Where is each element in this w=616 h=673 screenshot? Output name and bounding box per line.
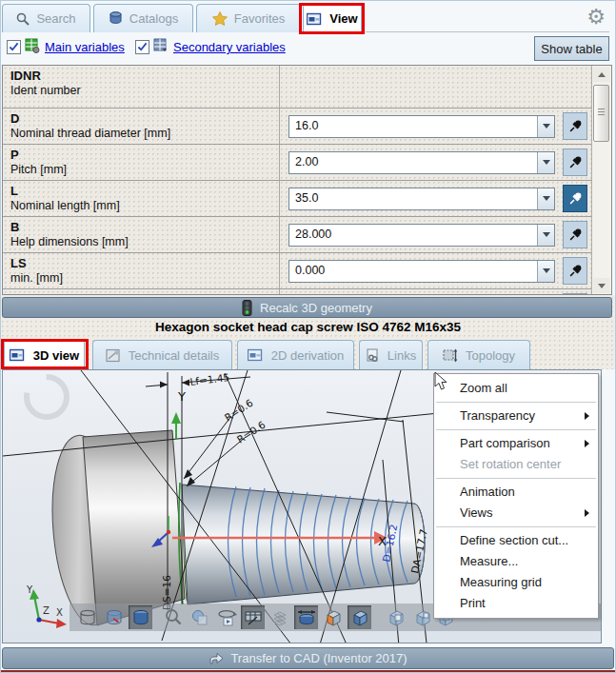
table-row-l: L Nominal length [mm] 35.0	[3, 181, 591, 217]
menu-separator	[436, 526, 596, 527]
measure-icon[interactable]	[294, 605, 318, 629]
dropdown-arrow-icon[interactable]	[537, 188, 554, 209]
tab-label: Search	[36, 11, 75, 26]
menu-item-measuring-grid[interactable]: Measuring grid	[434, 572, 598, 593]
tab-3d-view[interactable]: 3D view	[4, 340, 85, 369]
menu-item-zoom-all[interactable]: Zoom all	[434, 378, 598, 399]
label-lf: Lf=1.45	[189, 371, 230, 387]
menu-item-transparency[interactable]: Transparency	[434, 406, 598, 426]
table-row-d: D Nominal thread diameter [mm] 16.0	[3, 109, 591, 145]
tab-label: Technical details	[129, 348, 219, 363]
iso-view-2-icon[interactable]	[410, 605, 434, 629]
tab-label: Favorites	[234, 11, 285, 26]
transparent-mode-icon[interactable]	[102, 605, 126, 629]
pin-icon	[568, 119, 583, 133]
transfer-to-cad-button[interactable]: Transfer to CAD (Inventor 2017)	[2, 647, 614, 669]
gear-icon[interactable]: ⚙	[586, 5, 606, 30]
value-dropdown[interactable]: 35.0	[288, 188, 555, 210]
variables-bar: Main variables Secondary variables Show …	[0, 34, 616, 63]
table-scrollbar[interactable]	[591, 66, 611, 294]
menu-item-animation[interactable]: Animation	[434, 482, 598, 503]
dropdown-value: 35.0	[295, 191, 318, 205]
tab-label: Links	[387, 348, 416, 363]
tab-catalogs[interactable]: Catalogs	[93, 4, 193, 32]
solid-cube-icon[interactable]	[348, 605, 371, 629]
parameter-table: IDNR Ident number D Nominal thread diame…	[2, 65, 612, 295]
value-dropdown[interactable]: 0.000	[288, 260, 555, 283]
transparency-icon[interactable]	[188, 605, 211, 629]
section-cut-icon[interactable]	[321, 605, 345, 629]
view-icon	[307, 12, 323, 26]
dropdown-value: 0.000	[295, 264, 325, 277]
context-menu: Zoom all Transparency Part comparison Se…	[433, 373, 599, 619]
tab-label: Catalogs	[129, 11, 178, 26]
measuring-grid-icon[interactable]	[268, 605, 291, 629]
tab-2d-derivation[interactable]: 2D derivation	[237, 340, 354, 369]
pin-button[interactable]	[563, 148, 587, 176]
shaded-mode-icon[interactable]	[129, 605, 152, 629]
dropdown-value: 16.0	[295, 119, 318, 132]
watermark-logo	[27, 377, 67, 417]
menu-separator	[436, 402, 596, 403]
secondary-variables-link[interactable]: Secondary variables	[173, 40, 286, 54]
main-variables-link[interactable]: Main variables	[45, 40, 125, 54]
recalc-3d-button[interactable]: Recalc 3D geometry	[2, 297, 612, 318]
pin-button-active[interactable]	[563, 185, 587, 212]
svg-text:R=0.6: R=0.6	[223, 397, 255, 424]
scroll-down-button[interactable]	[593, 278, 610, 293]
pin-button[interactable]	[563, 112, 587, 140]
dropdown-arrow-icon[interactable]	[537, 116, 554, 137]
table-row-ls: LS min. [mm] 0.000	[3, 253, 591, 289]
iso-view-1-icon[interactable]	[384, 605, 407, 629]
pin-button[interactable]	[563, 257, 587, 285]
menu-item-print[interactable]: Print	[434, 593, 598, 614]
svg-text:Y: Y	[26, 584, 33, 595]
tab-label: Topology	[466, 348, 515, 363]
links-icon	[366, 348, 380, 363]
wireframe-mode-icon[interactable]	[75, 605, 99, 629]
recalc-label: Recalc 3D geometry	[260, 301, 372, 315]
y-axis-arrow	[171, 412, 181, 424]
main-variables-icon	[25, 38, 40, 53]
menu-item-views[interactable]: Views	[434, 503, 598, 524]
param-desc: Nominal length [mm]	[10, 199, 279, 213]
coordinate-triad: Y Z X	[26, 584, 67, 628]
tab-search[interactable]: Search	[2, 4, 90, 32]
menu-separator	[436, 429, 596, 430]
menu-item-set-rotation-center: Set rotation center	[434, 454, 598, 475]
secondary-variables-checkbox[interactable]	[135, 40, 149, 54]
pin-icon	[568, 191, 583, 206]
param-code: D	[10, 111, 279, 127]
pin-icon	[568, 264, 583, 278]
checkmark-icon	[137, 42, 148, 52]
tab-view[interactable]: View	[303, 4, 362, 32]
param-code: P	[10, 148, 279, 163]
animation-icon[interactable]	[214, 605, 238, 629]
show-table-button[interactable]: Show table	[534, 36, 609, 61]
param-desc: Pitch [mm]	[10, 163, 279, 177]
main-variables-checkbox[interactable]	[7, 40, 21, 54]
tab-favorites[interactable]: Favorites	[196, 4, 301, 32]
menu-item-define-section-cut[interactable]: Define section cut...	[434, 530, 598, 551]
value-dropdown[interactable]: 28.000	[288, 224, 555, 247]
scrollbar-thumb[interactable]	[593, 85, 609, 142]
zoom-icon[interactable]	[161, 605, 185, 629]
scroll-up-button[interactable]	[593, 67, 610, 82]
measurement-panel-icon[interactable]	[241, 605, 265, 629]
dropdown-arrow-icon[interactable]	[537, 261, 554, 282]
dropdown-arrow-icon[interactable]	[537, 225, 554, 246]
value-dropdown[interactable]: 16.0	[288, 115, 555, 138]
value-dropdown[interactable]: 2.00	[288, 151, 555, 174]
dropdown-arrow-icon[interactable]	[537, 152, 554, 173]
tab-technical-details[interactable]: Technical details	[92, 340, 232, 369]
table-row-idnr: IDNR Ident number	[3, 66, 591, 109]
mouse-cursor	[434, 371, 448, 391]
menu-item-part-comparison[interactable]: Part comparison	[434, 433, 598, 454]
transfer-label: Transfer to CAD (Inventor 2017)	[230, 651, 407, 665]
tab-topology[interactable]: Topology	[427, 340, 530, 369]
tab-links[interactable]: Links	[359, 340, 423, 369]
menu-item-measure[interactable]: Measure...	[434, 551, 598, 572]
pin-icon	[568, 155, 583, 169]
pin-button[interactable]	[563, 221, 587, 248]
tab-label: 2D derivation	[271, 348, 345, 363]
